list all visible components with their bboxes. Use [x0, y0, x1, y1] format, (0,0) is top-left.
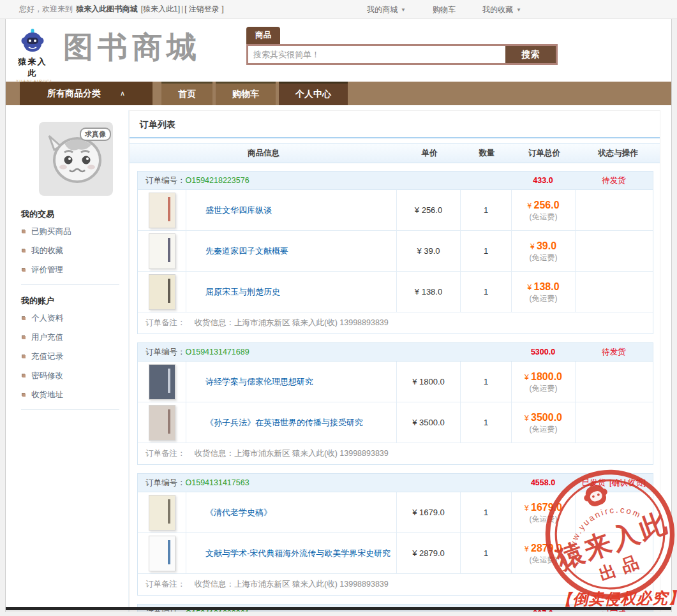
quantity-cell: 1	[460, 190, 511, 230]
sidebar-item-已购买商品[interactable]: 已购买商品	[22, 226, 122, 237]
subtotal-money: ¥ 138.0	[527, 280, 559, 294]
book-cover-accent	[168, 409, 170, 434]
topbar-menus: 我的商城▼购物车我的收藏▼	[367, 0, 521, 19]
book-cover-accent	[168, 238, 170, 263]
sidebar-item-收货地址[interactable]: 收货地址	[22, 390, 122, 400]
order-remark: 订单备注：收货信息：上海市浦东新区 猿来入此(收) 13998893839	[138, 573, 653, 595]
sidebar-item-个人资料[interactable]: 个人资料	[22, 313, 122, 324]
order-remark: 订单备注：收货信息：上海市浦东新区 猿来入此(收) 13998893839	[138, 312, 653, 334]
order-total-value: 4558.0	[511, 478, 575, 487]
sidebar-item-充值记录[interactable]: 充值记录	[22, 351, 122, 362]
main-nav: 所有商品分类 ∧ 首页购物车个人中心	[6, 82, 671, 105]
quantity-cell: 1	[460, 231, 511, 271]
unit-price-cell: ¥ 1800.0	[396, 362, 460, 402]
item-status-cell	[575, 190, 653, 230]
nav-tab-个人中心[interactable]: 个人中心	[279, 82, 348, 105]
book-title-link[interactable]: 《孙子兵法》在英语世界的传播与接受研究	[205, 417, 363, 429]
subtotal-amount: 256.0	[533, 200, 559, 210]
subtotal-money: ¥ 3500.0	[524, 411, 562, 425]
search-button[interactable]: 搜索	[505, 46, 556, 63]
book-title-cell: 诗经学案与儒家伦理思想研究	[186, 362, 396, 402]
currency-symbol: ¥	[527, 202, 533, 210]
sidebar-section: 我的账户个人资料用户充值充值记录密码修改收货地址	[20, 295, 122, 410]
sidebar-item-我的收藏[interactable]: 我的收藏	[22, 246, 122, 256]
book-title-cell: 先秦道家四子文献概要	[186, 231, 396, 271]
currency-symbol: ¥	[530, 242, 537, 251]
book-title-link[interactable]: 盛世文华四库纵谈	[205, 205, 272, 216]
sidebar-item-label: 已购买商品	[31, 226, 71, 237]
book-cover-image[interactable]	[149, 193, 175, 228]
site-name: 猿来入此图书商城	[76, 4, 137, 13]
order-total-value: 433.0	[511, 176, 575, 185]
sidebar-item-密码修改[interactable]: 密码修改	[22, 370, 122, 381]
caret-down-icon: ▼	[516, 7, 521, 13]
col-status-ops: 状态与操作	[576, 148, 660, 159]
book-cover-image[interactable]	[149, 233, 175, 269]
book-cover-image[interactable]	[149, 405, 175, 441]
sidebar-item-label: 用户充值	[31, 332, 63, 343]
sidebar-section-title: 我的账户	[21, 295, 122, 307]
search-tab-product[interactable]: 商品	[246, 27, 280, 44]
book-title-link[interactable]: 诗经学案与儒家伦理思想研究	[205, 376, 313, 388]
book-cover-accent	[168, 197, 170, 222]
sidebar-item-评价管理[interactable]: 评价管理	[22, 265, 122, 275]
topbar-menu-我的收藏[interactable]: 我的收藏▼	[482, 4, 521, 15]
avatar-bubble: 求真像	[80, 128, 111, 141]
book-cover-accent	[168, 279, 170, 304]
all-categories-button[interactable]: 所有商品分类 ∧	[20, 82, 153, 105]
book-title-link[interactable]: 《清代老学史稿》	[205, 507, 272, 518]
col-order-total: 订单总价	[512, 148, 576, 159]
search-input[interactable]	[248, 46, 505, 63]
col-unit-price: 单价	[398, 148, 461, 159]
page-container: 猿来入此 YUANLAIRUCI 图书商城 商品 搜索 所有商品分类 ∧ 首页购…	[5, 19, 672, 612]
col-product-info: 商品信息	[130, 148, 398, 159]
sidebar-item-label: 评价管理	[31, 265, 63, 275]
book-cover-image[interactable]	[149, 274, 175, 310]
footer-strip	[6, 607, 671, 610]
logo-brand-sub: YUANLAIRUCI	[16, 79, 49, 83]
book-title-link[interactable]: 屈原宋玉与荆楚历史	[205, 286, 280, 298]
sidebar-item-label: 充值记录	[31, 351, 63, 362]
remark-text: 收货信息：上海市浦东新区 猿来入此(收) 13998893839	[195, 580, 389, 589]
order-item-row: 诗经学案与儒家伦理思想研究¥ 1800.01¥ 1800.0(免运费)	[138, 362, 653, 402]
all-categories-label: 所有商品分类	[47, 88, 101, 99]
book-cover-image[interactable]	[149, 495, 175, 531]
order-number-cell: 订单编号：O1594218223576	[138, 175, 396, 186]
free-shipping-label: (免运费)	[530, 212, 558, 222]
order-status: 已发货 [确认收货]	[575, 478, 653, 488]
nav-tab-首页[interactable]: 首页	[161, 82, 212, 105]
order-number: O1594131471689	[186, 348, 249, 356]
confirm-receipt-link[interactable]: [确认收货]	[607, 478, 646, 487]
topbar-menu-购物车[interactable]: 购物车	[433, 4, 456, 15]
order-item-row: 盛世文华四库纵谈¥ 256.01¥ 256.0(免运费)	[138, 190, 653, 230]
topbar-menu-label: 我的商城	[367, 4, 398, 15]
corner-bullet-icon	[22, 393, 26, 397]
free-shipping-label: (免运费)	[530, 514, 558, 524]
book-cover-image[interactable]	[149, 536, 175, 571]
item-status-cell	[575, 231, 653, 271]
topbar-menu-label: 购物车	[433, 4, 456, 15]
order-header: 订单编号：O15941314175634558.0已发货 [确认收货]	[138, 474, 653, 492]
book-title-link[interactable]: 先秦道家四子文献概要	[205, 246, 288, 257]
book-title-link[interactable]: 文献与学术-宋代典籍海外流传与欧美学界宋史研究	[205, 548, 391, 559]
quantity-cell: 1	[460, 362, 511, 402]
order-header: 订单编号：O1594218223576433.0待发货	[138, 172, 653, 190]
order-item-row: 屈原宋玉与荆楚历史¥ 138.01¥ 138.0(免运费)	[138, 271, 653, 312]
subtotal-amount: 1679.0	[531, 502, 562, 513]
avatar[interactable]: 求真像	[39, 122, 113, 196]
subtotal-money: ¥ 2879.0	[524, 541, 562, 555]
unit-price-cell: ¥ 138.0	[396, 272, 460, 312]
book-cover-image[interactable]	[149, 364, 175, 400]
nav-tab-购物车[interactable]: 购物车	[216, 82, 276, 105]
username-link[interactable]: [猿来入此1]	[141, 4, 180, 13]
sidebar-divider	[21, 409, 119, 410]
order-number-cell: 订单编号：O1594131417563	[138, 478, 396, 488]
topbar-menu-我的商城[interactable]: 我的商城▼	[367, 4, 406, 15]
logout-link[interactable]: [ 注销登录 ]	[184, 4, 223, 13]
order-list: 订单编号：O1594218223576433.0待发货盛世文华四库纵谈¥ 256…	[130, 163, 660, 612]
item-status-cell	[575, 402, 653, 443]
subtotal-cell: ¥ 2879.0(免运费)	[511, 533, 575, 573]
order-status-text: 已发货	[582, 478, 606, 487]
monkey-logo-icon	[20, 28, 45, 54]
sidebar-item-用户充值[interactable]: 用户充值	[22, 332, 122, 343]
